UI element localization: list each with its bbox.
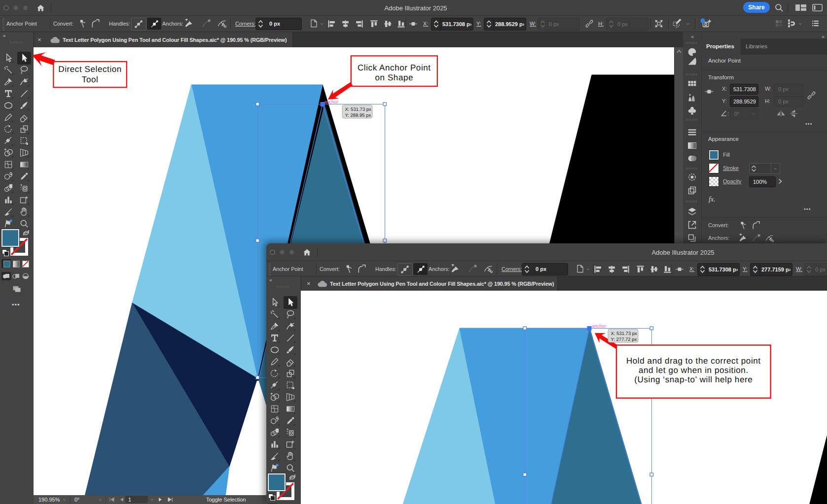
svg-text:anchor: anchor — [324, 100, 338, 105]
svg-text:Y: 288.95 px: Y: 288.95 px — [345, 113, 371, 118]
svg-text:Hold and drag to the correct p: Hold and drag to the correct point — [626, 356, 761, 366]
svg-text:(Using ‘snap-to’ will help her: (Using ‘snap-to’ will help here — [634, 375, 753, 384]
svg-text:Y: 277.72 px: Y: 277.72 px — [611, 337, 637, 342]
svg-text:X: 531.73 px: X: 531.73 px — [345, 107, 372, 112]
svg-text:X: 531.73 px: X: 531.73 px — [611, 331, 638, 336]
svg-text:and let go when in position.: and let go when in position. — [639, 366, 749, 375]
svg-text:anchor: anchor — [592, 324, 606, 329]
